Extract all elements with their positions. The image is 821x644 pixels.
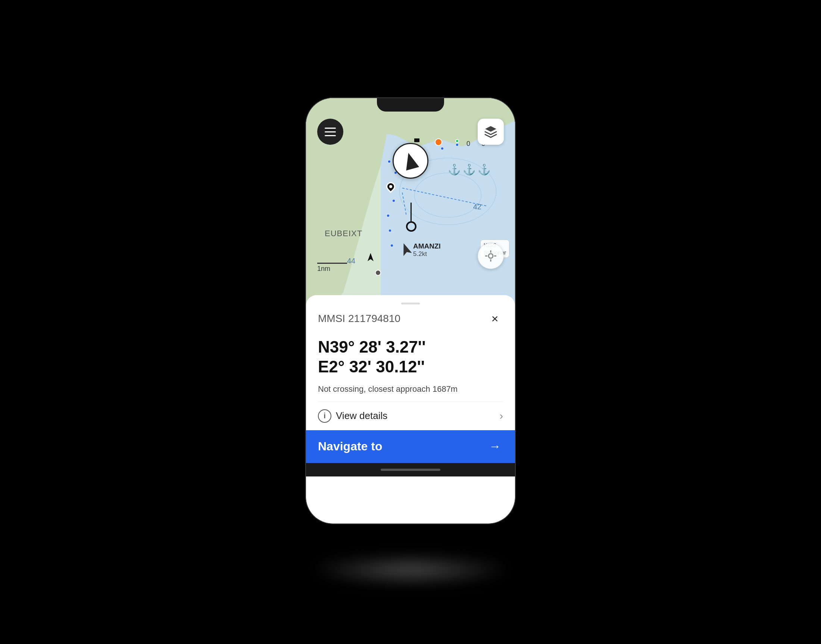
orange-marker	[435, 138, 442, 146]
anchor-icon-1: ⚓	[448, 163, 461, 176]
navigate-arrow-container: →	[486, 439, 503, 455]
navigate-arrow-icon: →	[489, 440, 501, 453]
close-button[interactable]: ×	[486, 310, 503, 327]
mmsi-label: MMSI 211794810	[318, 313, 401, 325]
phone-shadow	[306, 555, 515, 584]
layers-icon	[484, 125, 497, 138]
buoy-stem	[410, 202, 411, 221]
home-bar	[381, 469, 440, 471]
buoy-dot-middle	[375, 270, 381, 276]
menu-line-1	[325, 127, 336, 129]
home-indicator	[306, 463, 515, 477]
navigate-label: Navigate to	[318, 440, 382, 453]
amanzi-label: AMANZI	[413, 242, 441, 250]
phone: EUBEIXT 42 44 1nm	[306, 98, 515, 523]
scale-bar-label: 1nm	[317, 265, 347, 273]
coast-dot-11	[455, 143, 459, 147]
scale-bar: 1nm	[317, 263, 347, 273]
menu-button[interactable]	[317, 119, 343, 145]
layers-button[interactable]	[478, 119, 504, 145]
top-marker	[414, 138, 419, 142]
coast-dot-10	[440, 147, 444, 150]
pin-marker-1	[386, 182, 395, 191]
info-panel: MMSI 211794810 × N39° 28' 3.27'' E2° 32'…	[306, 295, 515, 523]
navigate-button[interactable]: Navigate to →	[306, 430, 515, 463]
panel-coords: N39° 28' 3.27'' E2° 32' 30.12''	[306, 334, 515, 383]
amanzi-vessel: AMANZI 5.2kt	[401, 243, 410, 255]
pin-dot	[389, 185, 392, 188]
location-icon	[484, 249, 497, 263]
close-icon: ×	[491, 313, 499, 325]
coord-longitude: E2° 32' 30.12''	[318, 357, 503, 377]
coord-latitude: N39° 28' 3.27''	[318, 337, 503, 357]
menu-line-3	[325, 135, 336, 136]
vessel-marker-small	[368, 253, 374, 261]
location-button[interactable]	[478, 243, 504, 269]
crossing-info: Not crossing, closest approach 1687m	[306, 383, 515, 402]
info-letter: i	[324, 411, 326, 420]
coast-dot-1	[387, 160, 391, 163]
buoy-ring	[406, 221, 416, 232]
view-details-row[interactable]: i View details ›	[306, 402, 515, 430]
menu-line-2	[325, 131, 336, 132]
screen: EUBEIXT 42 44 1nm	[306, 98, 515, 523]
pin-head	[384, 180, 397, 193]
compass-button[interactable]	[393, 143, 428, 179]
vessel-icon-small	[368, 253, 374, 261]
compass-arrow	[402, 151, 419, 170]
anchor-icon-2: ⚓	[463, 163, 476, 176]
panel-header: MMSI 211794810 ×	[306, 310, 515, 334]
view-details-label: View details	[336, 410, 495, 422]
panel-handle	[401, 303, 420, 304]
depth-label-44: 44	[347, 257, 355, 265]
coast-dot-5	[386, 214, 390, 218]
coast-dot-6	[388, 229, 392, 233]
green-dot	[455, 139, 459, 143]
coast-dot-7	[390, 244, 394, 247]
info-icon: i	[318, 409, 331, 423]
place-label: EUBEIXT	[325, 229, 362, 238]
amanzi-icon	[399, 242, 411, 256]
map-area[interactable]: EUBEIXT 42 44 1nm	[306, 98, 515, 310]
svg-point-0	[488, 254, 493, 258]
amanzi-speed: 5.2kt	[413, 250, 427, 258]
buoy-ring-container	[406, 221, 416, 232]
chevron-right-icon: ›	[500, 410, 503, 422]
scale-bar-line	[317, 263, 347, 264]
anchor-icon-3: ⚓	[478, 163, 491, 176]
coast-dot-4	[392, 199, 396, 202]
notch	[377, 98, 444, 112]
marker-num-0: 0	[467, 140, 470, 148]
scene: EUBEIXT 42 44 1nm	[0, 0, 821, 644]
